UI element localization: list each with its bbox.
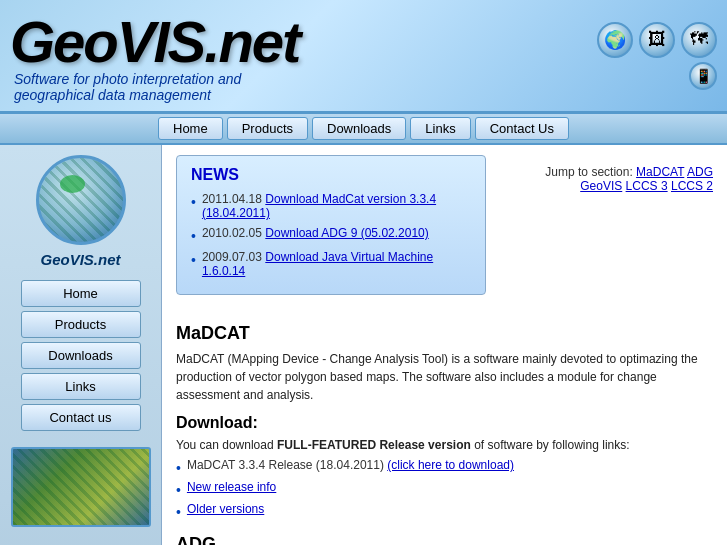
news-date-3: 2009.07.03: [202, 250, 262, 264]
jump-link-lccs3[interactable]: LCCS 3: [626, 179, 668, 193]
nav-contact-button[interactable]: Contact Us: [475, 117, 569, 140]
nav-links-button[interactable]: Links: [410, 117, 470, 140]
sidebar-item-downloads[interactable]: Downloads: [21, 342, 141, 369]
news-item: • 2010.02.05 Download ADG 9 (05.02.2010): [191, 226, 471, 244]
bullet-icon: •: [176, 460, 181, 476]
nav-downloads-button[interactable]: Downloads: [312, 117, 406, 140]
older-versions-link[interactable]: Older versions: [187, 502, 264, 516]
download-release-item: • MaDCAT 3.3.4 Release (18.04.2011) (cli…: [176, 458, 713, 476]
new-release-link[interactable]: New release info: [187, 480, 276, 494]
jump-link-adg[interactable]: ADG: [687, 165, 713, 179]
logo-subtitle: Software for photo interpretation and ge…: [10, 71, 299, 103]
sidebar-globe-icon: [36, 155, 126, 245]
bullet-icon: •: [176, 482, 181, 498]
download-title: Download:: [176, 414, 713, 432]
sidebar-item-links[interactable]: Links: [21, 373, 141, 400]
news-box: NEWS • 2011.04.18 Download MadCat versio…: [176, 155, 486, 295]
map-icon: 🗺: [681, 22, 717, 58]
bullet-icon: •: [191, 194, 196, 210]
header-icons: 🌍 🖼 🗺 📱: [597, 22, 717, 90]
sidebar-map-image: [11, 447, 151, 527]
bullet-icon: •: [176, 504, 181, 520]
jump-link-madcat[interactable]: MaDCAT: [636, 165, 684, 179]
nav-home-button[interactable]: Home: [158, 117, 223, 140]
phone-icon: 📱: [689, 62, 717, 90]
sidebar: GeoVIS.net Home Products Downloads Links…: [0, 145, 162, 545]
jump-to-section: Jump to section: MaDCAT ADG GeoVIS LCCS …: [545, 165, 713, 193]
logo: GeoVIS.net: [10, 8, 299, 75]
content-area: NEWS • 2011.04.18 Download MadCat versio…: [162, 145, 727, 545]
jump-link-lccs2[interactable]: LCCS 2: [671, 179, 713, 193]
globe-icon: 🌍: [597, 22, 633, 58]
main-layout: GeoVIS.net Home Products Downloads Links…: [0, 145, 727, 545]
news-date-2: 2010.02.05: [202, 226, 262, 240]
photos-icon: 🖼: [639, 22, 675, 58]
jump-link-geovis[interactable]: GeoVIS: [580, 179, 622, 193]
news-link-2[interactable]: Download ADG 9 (05.02.2010): [265, 226, 428, 240]
sidebar-item-home[interactable]: Home: [21, 280, 141, 307]
click-to-download-link[interactable]: (click here to download): [387, 458, 514, 472]
bullet-icon: •: [191, 252, 196, 268]
sidebar-item-contact[interactable]: Contact us: [21, 404, 141, 431]
madcat-description: MaDCAT (MApping Device - Change Analysis…: [176, 350, 713, 404]
sidebar-logo-label: GeoVIS.net: [40, 251, 120, 268]
new-release-item: • New release info: [176, 480, 713, 498]
jump-label: Jump to section:: [545, 165, 632, 179]
download-intro: You can download FULL-FEATURED Release v…: [176, 438, 713, 452]
bullet-icon: •: [191, 228, 196, 244]
download-bold: FULL-FEATURED Release version: [277, 438, 471, 452]
site-header: GeoVIS.net Software for photo interpreta…: [0, 0, 727, 113]
nav-products-button[interactable]: Products: [227, 117, 308, 140]
news-title: NEWS: [191, 166, 471, 184]
release-text: MaDCAT 3.3.4 Release (18.04.2011): [187, 458, 384, 472]
madcat-title: MaDCAT: [176, 323, 713, 344]
news-date-1: 2011.04.18: [202, 192, 262, 206]
navbar: Home Products Downloads Links Contact Us: [0, 113, 727, 145]
news-item: • 2011.04.18 Download MadCat version 3.3…: [191, 192, 471, 220]
sidebar-item-products[interactable]: Products: [21, 311, 141, 338]
adg-title: ADG: [176, 534, 713, 545]
older-versions-item: • Older versions: [176, 502, 713, 520]
news-item: • 2009.07.03 Download Java Virtual Machi…: [191, 250, 471, 278]
